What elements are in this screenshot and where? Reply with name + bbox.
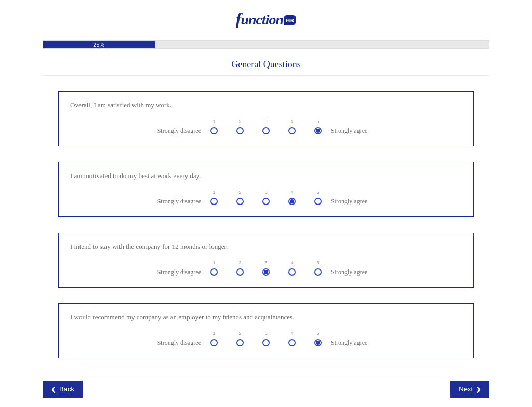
question-card: Overall, I am satisfied with my work.Str… [58,91,474,146]
radio-icon[interactable] [262,339,270,346]
scale-option-number: 4 [290,260,293,265]
scale-option-number: 1 [212,331,215,336]
radio-icon[interactable] [288,198,296,205]
scale-row: Strongly disagree12345Strongly agree [70,331,462,346]
scale-option-5[interactable]: 5 [314,119,322,134]
divider [43,35,489,35]
radio-icon[interactable] [210,339,218,346]
next-button-label: Next [459,385,473,393]
scale-option-number: 4 [290,189,293,195]
scale-option-2[interactable]: 2 [236,119,244,134]
scale-option-5[interactable]: 5 [314,189,322,205]
radio-icon[interactable] [262,198,270,205]
scale-option-2[interactable]: 2 [236,331,244,346]
scale-option-5[interactable]: 5 [314,331,322,346]
scale-option-3[interactable]: 3 [262,331,270,346]
radio-icon[interactable] [236,268,244,276]
section-title: General Questions [43,59,489,70]
scale-left-label: Strongly disagree [153,268,210,276]
radio-icon[interactable] [262,127,270,134]
scale-option-number: 4 [290,119,293,124]
radio-icon[interactable] [210,127,218,134]
chevron-right-icon: ❯ [476,386,481,393]
progress-label: 25% [93,42,104,48]
scale-left-label: Strongly disagree [153,127,210,134]
scale-option-number: 2 [238,189,241,195]
scale-option-3[interactable]: 3 [262,189,270,205]
scale-option-3[interactable]: 3 [262,260,270,276]
scale-option-4[interactable]: 4 [288,189,296,205]
scale-options: 12345 [210,189,322,205]
question-card: I am motivated to do my best at work eve… [58,162,474,217]
scale-options: 12345 [210,119,322,134]
scale-right-label: Strongly agree [322,127,379,134]
scale-right-label: Strongly agree [322,268,379,276]
scale-option-number: 2 [238,331,241,336]
radio-icon[interactable] [210,198,218,205]
question-card: I intend to stay with the company for 12… [58,233,474,288]
scale-option-number: 3 [264,119,267,124]
scale-option-4[interactable]: 4 [288,331,296,346]
scale-option-number: 2 [238,119,241,124]
brand-rest: unction [241,11,283,28]
progress-fill: 25% [43,41,155,48]
question-text: I intend to stay with the company for 12… [70,242,462,251]
scale-right-label: Strongly agree [322,339,379,346]
scale-option-1[interactable]: 1 [210,260,218,276]
scale-options: 12345 [210,331,322,346]
radio-icon[interactable] [288,127,296,134]
radio-icon[interactable] [236,198,244,205]
chevron-left-icon: ❮ [51,386,56,393]
scale-option-2[interactable]: 2 [236,189,244,205]
scale-option-number: 2 [238,260,241,265]
question-text: Overall, I am satisfied with my work. [70,101,462,110]
radio-icon[interactable] [236,127,244,134]
brand-badge: HR [284,15,296,25]
question-text: I am motivated to do my best at work eve… [70,172,462,180]
scale-option-2[interactable]: 2 [236,260,244,276]
radio-icon[interactable] [314,268,322,276]
next-button[interactable]: Next ❯ [450,381,489,398]
scale-option-number: 5 [316,331,319,336]
scale-option-4[interactable]: 4 [288,119,296,134]
scale-option-number: 5 [316,260,319,265]
radio-icon[interactable] [314,339,322,346]
scale-left-label: Strongly disagree [153,339,210,346]
nav-row: ❮ Back Next ❯ [43,381,489,398]
progress-bar: 25% [43,40,489,49]
scale-option-number: 3 [264,189,267,195]
scale-option-1[interactable]: 1 [210,189,218,205]
scale-row: Strongly disagree12345Strongly agree [70,260,462,276]
question-text: I would recommend my company as an emplo… [70,313,462,321]
divider [43,374,489,374]
question-list: Overall, I am satisfied with my work.Str… [58,91,474,358]
scale-option-number: 5 [316,119,319,124]
scale-row: Strongly disagree12345Strongly agree [70,189,462,205]
scale-option-4[interactable]: 4 [288,260,296,276]
radio-icon[interactable] [288,339,296,346]
scale-option-5[interactable]: 5 [314,260,322,276]
scale-option-number: 5 [316,189,319,195]
radio-icon[interactable] [314,127,322,134]
back-button[interactable]: ❮ Back [43,381,83,398]
scale-option-number: 4 [290,331,293,336]
scale-right-label: Strongly agree [322,198,379,205]
scale-option-3[interactable]: 3 [262,119,270,134]
scale-option-1[interactable]: 1 [210,331,218,346]
scale-option-1[interactable]: 1 [210,119,218,134]
radio-icon[interactable] [314,198,322,205]
scale-left-label: Strongly disagree [153,198,210,205]
scale-option-number: 3 [264,331,267,336]
scale-option-number: 1 [212,260,215,265]
back-button-label: Back [59,385,74,393]
scale-option-number: 1 [212,189,215,195]
scale-option-number: 3 [264,260,267,265]
divider [43,75,489,76]
scale-options: 12345 [210,260,322,276]
radio-icon[interactable] [288,268,296,276]
radio-icon[interactable] [262,268,270,276]
brand-logo: functionHR [43,5,489,32]
radio-icon[interactable] [210,268,218,276]
question-card: I would recommend my company as an emplo… [58,303,474,358]
radio-icon[interactable] [236,339,244,346]
